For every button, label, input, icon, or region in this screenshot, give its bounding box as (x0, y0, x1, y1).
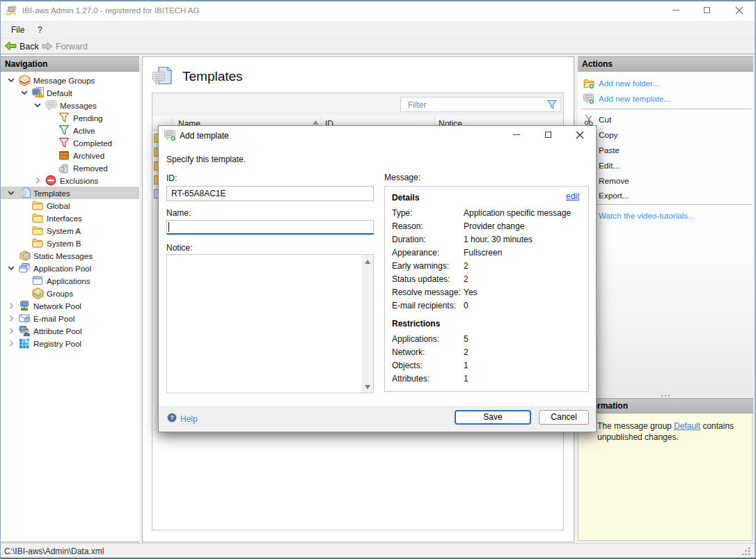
svg-text:@: @ (25, 317, 30, 322)
svg-text:?: ? (170, 414, 174, 421)
